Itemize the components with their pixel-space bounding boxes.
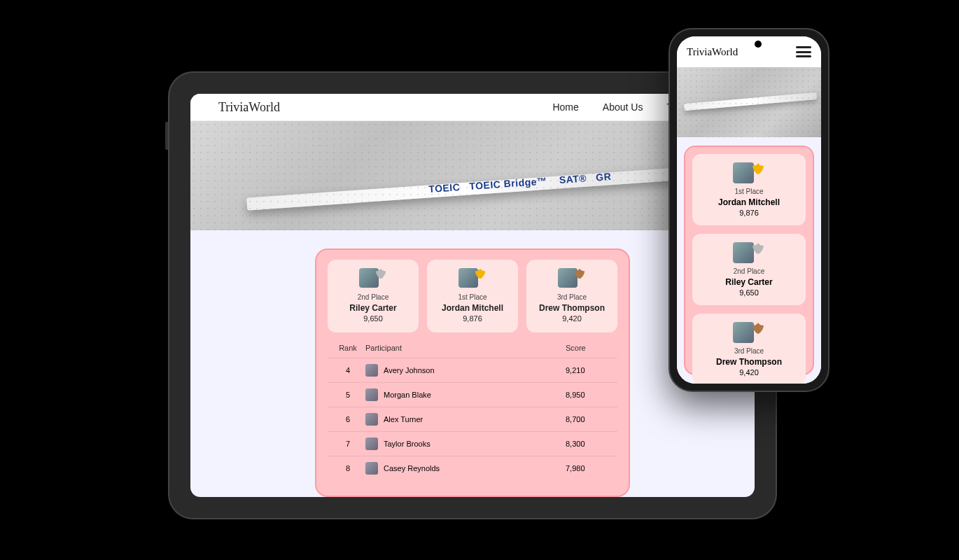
table-row: 4 Avery Johnson 9,210 bbox=[328, 358, 617, 382]
leaderboard-card: 1st Place Jordan Mitchell 9,876 2nd Plac… bbox=[684, 146, 814, 375]
podium-score: 9,420 bbox=[531, 314, 613, 323]
podium-3rd: 3rd Place Drew Thompson 9,420 bbox=[692, 314, 806, 384]
table-row: 5 Morgan Blake 8,950 bbox=[328, 382, 617, 407]
podium-name: Riley Carter bbox=[696, 277, 802, 287]
podium-place: 3rd Place bbox=[696, 347, 802, 355]
podium-score: 9,876 bbox=[696, 209, 802, 217]
podium-row: 2nd Place Riley Carter 9,650 1st Place J… bbox=[328, 260, 617, 332]
phone-device-frame: TriviaWorld 1st Place Jordan Mitchell 9,… bbox=[668, 28, 830, 392]
phone-body: 1st Place Jordan Mitchell 9,876 2nd Plac… bbox=[677, 137, 821, 384]
avatar bbox=[733, 321, 765, 344]
cell-score: 8,300 bbox=[566, 440, 615, 448]
cell-score: 7,980 bbox=[566, 464, 615, 472]
laurel-icon bbox=[572, 267, 587, 284]
avatar bbox=[733, 161, 765, 185]
cell-rank: 5 bbox=[330, 391, 365, 399]
podium-name: Jordan Mitchell bbox=[696, 197, 802, 207]
podium-place: 1st Place bbox=[431, 293, 514, 301]
col-rank: Rank bbox=[330, 344, 365, 352]
podium-1st: 1st Place Jordan Mitchell 9,876 bbox=[427, 260, 518, 332]
participant-name: Avery Johnson bbox=[384, 366, 435, 374]
cell-rank: 7 bbox=[330, 440, 365, 448]
podium-score: 9,420 bbox=[696, 368, 802, 377]
avatar bbox=[558, 268, 586, 289]
avatar bbox=[733, 241, 765, 265]
avatar bbox=[359, 268, 387, 289]
table-header: Rank Participant Score bbox=[328, 338, 617, 358]
podium-place: 2nd Place bbox=[696, 267, 802, 275]
cell-rank: 8 bbox=[330, 464, 365, 472]
cell-score: 8,950 bbox=[566, 391, 615, 399]
laurel-icon bbox=[750, 321, 766, 339]
podium-place: 3rd Place bbox=[531, 293, 613, 301]
laurel-icon bbox=[472, 267, 488, 284]
cell-rank: 4 bbox=[330, 366, 365, 374]
podium-score: 9,650 bbox=[696, 288, 802, 297]
participant-name: Alex Turner bbox=[384, 415, 423, 424]
nav-about[interactable]: About Us bbox=[603, 102, 643, 113]
brand-logo[interactable]: TriviaWorld bbox=[687, 46, 738, 58]
nav-home[interactable]: Home bbox=[552, 102, 578, 113]
cell-score: 8,700 bbox=[566, 415, 615, 424]
podium-3rd: 3rd Place Drew Thompson 9,420 bbox=[526, 260, 617, 332]
table-row: 6 Alex Turner 8,700 bbox=[328, 407, 617, 431]
phone-hero-image bbox=[677, 67, 821, 137]
brand-logo[interactable]: TriviaWorld bbox=[218, 100, 280, 115]
hero-texture bbox=[677, 67, 821, 137]
col-score: Score bbox=[566, 344, 615, 352]
col-participant: Participant bbox=[365, 344, 566, 352]
avatar-thumb bbox=[365, 413, 378, 426]
cell-score: 9,210 bbox=[566, 366, 615, 374]
podium-2nd: 2nd Place Riley Carter 9,650 bbox=[328, 260, 419, 332]
laurel-icon bbox=[750, 161, 766, 179]
cell-participant: Alex Turner bbox=[365, 413, 566, 426]
phone-header: TriviaWorld bbox=[677, 36, 821, 67]
podium-name: Jordan Mitchell bbox=[431, 303, 514, 313]
table-row: 7 Taylor Brooks 8,300 bbox=[328, 431, 617, 456]
cell-participant: Casey Reynolds bbox=[365, 462, 566, 475]
cell-rank: 6 bbox=[330, 415, 365, 424]
cell-participant: Taylor Brooks bbox=[365, 438, 566, 450]
cell-participant: Avery Johnson bbox=[365, 364, 566, 377]
table-row: 8 Casey Reynolds 7,980 bbox=[328, 456, 617, 480]
avatar-thumb bbox=[365, 364, 378, 377]
podium-name: Drew Thompson bbox=[531, 303, 613, 313]
phone-screen: TriviaWorld 1st Place Jordan Mitchell 9,… bbox=[677, 36, 821, 384]
hamburger-menu-icon[interactable] bbox=[796, 46, 811, 57]
avatar bbox=[458, 268, 486, 289]
participant-name: Casey Reynolds bbox=[384, 464, 440, 472]
podium-2nd: 2nd Place Riley Carter 9,650 bbox=[692, 234, 806, 305]
podium-place: 2nd Place bbox=[332, 293, 414, 301]
phone-camera-dot bbox=[755, 41, 762, 48]
laurel-icon bbox=[373, 267, 388, 284]
podium-name: Drew Thompson bbox=[696, 357, 802, 367]
podium-name: Riley Carter bbox=[332, 303, 414, 313]
avatar-thumb bbox=[365, 388, 378, 401]
participant-name: Taylor Brooks bbox=[384, 440, 430, 448]
avatar-thumb bbox=[365, 438, 378, 450]
leaderboard-card: 2nd Place Riley Carter 9,650 1st Place J… bbox=[315, 248, 630, 497]
cell-participant: Morgan Blake bbox=[365, 388, 566, 401]
podium-place: 1st Place bbox=[696, 188, 802, 195]
podium-1st: 1st Place Jordan Mitchell 9,876 bbox=[692, 154, 806, 225]
participant-name: Morgan Blake bbox=[384, 391, 431, 399]
podium-score: 9,650 bbox=[332, 314, 414, 323]
laurel-icon bbox=[750, 241, 766, 259]
podium-score: 9,876 bbox=[431, 314, 514, 323]
avatar-thumb bbox=[365, 462, 378, 475]
